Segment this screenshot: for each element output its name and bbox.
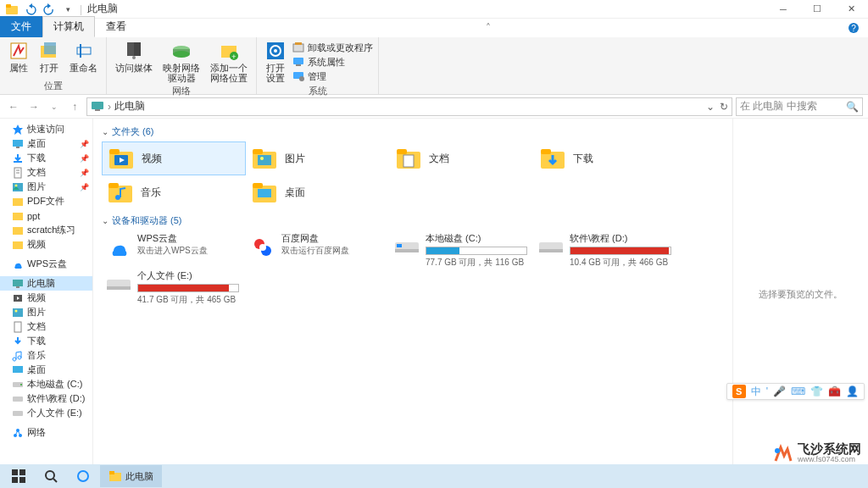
ime-skin-icon[interactable]: 👕 [810,385,823,397]
svg-rect-78 [397,244,402,247]
svg-rect-6 [44,42,56,54]
properties-button[interactable]: 属性 [5,39,32,80]
svg-rect-87 [19,477,25,483]
up-button[interactable]: ↑ [66,98,83,115]
svg-rect-37 [13,198,23,206]
folder-downloads[interactable]: 下载 [534,141,678,175]
svg-rect-23 [293,58,303,64]
drive-e[interactable]: 个人文件 (E:)41.7 GB 可用，共 465 GB [102,268,246,305]
breadcrumb-this-pc[interactable]: 此电脑 [114,99,145,114]
nav-desktop2[interactable]: 桌面 [0,363,92,377]
capacity-bar [426,247,527,255]
section-drives[interactable]: 设备和驱动器 (5) [102,214,724,227]
explorer-icon [5,3,19,16]
ime-toolbar[interactable]: S 中 ' 🎤 ⌨ 👕 🧰 👤 [726,383,865,400]
open-button[interactable]: 打开 [36,39,63,80]
uninstall-programs-button[interactable]: 卸载或更改程序 [292,42,373,54]
nav-network[interactable]: 网络 [0,425,92,440]
redo-icon[interactable] [42,3,56,16]
folder-desktop[interactable]: 桌面 [246,175,390,209]
nav-downloads[interactable]: 下载📌 [0,151,92,165]
undo-icon[interactable] [24,3,37,16]
content-pane: 文件夹 (6) 视频 图片 文档 下载 音乐 [93,119,732,469]
folder-documents[interactable]: 文档 [390,141,534,175]
cortana-button[interactable] [68,465,98,487]
svg-rect-68 [108,183,119,188]
section-folders[interactable]: 文件夹 (6) [102,125,724,138]
nav-drive-e[interactable]: 个人文件 (E:) [0,406,92,420]
breadcrumb-dropdown-icon[interactable]: ⌄ [706,101,715,113]
nav-music[interactable]: 音乐 [0,348,92,363]
drive-c[interactable]: 本地磁盘 (C:)77.7 GB 可用，共 116 GB [390,230,534,268]
ime-toolbox-icon[interactable]: 🧰 [828,385,841,397]
drive-wps-cloud[interactable]: WPS云盘双击进入WPS云盘 [102,230,246,268]
folder-videos[interactable]: 视频 [102,141,246,175]
svg-rect-51 [13,411,23,416]
svg-rect-64 [403,155,414,167]
svg-rect-38 [13,213,23,220]
nav-this-pc[interactable]: 此电脑 [0,276,92,291]
nav-documents2[interactable]: 文档 [0,319,92,334]
nav-videos-folder[interactable]: 视频 [0,237,92,252]
back-button[interactable]: ← [5,98,22,115]
forward-button[interactable]: → [25,98,42,115]
ime-lang[interactable]: 中 [751,385,761,399]
pin-icon: 📌 [80,154,89,163]
close-button[interactable]: ✕ [834,0,868,19]
recent-dropdown[interactable]: ⌄ [46,98,63,115]
svg-rect-47 [13,366,23,373]
nav-downloads2[interactable]: 下载 [0,334,92,348]
minimize-button[interactable]: ─ [766,0,800,19]
nav-wps-cloud[interactable]: WPS云盘 [0,257,92,271]
svg-rect-40 [13,241,23,249]
svg-rect-50 [13,396,23,402]
tab-view[interactable]: 查看 [95,16,137,37]
chevron-up-icon[interactable]: ˄ [479,19,498,37]
nav-scratch-folder[interactable]: scratch练习 [0,223,92,237]
nav-drive-d[interactable]: 软件\教程 (D:) [0,391,92,406]
help-icon[interactable]: ? [844,19,863,37]
search-input[interactable]: 在 此电脑 中搜索 🔍 [736,97,863,116]
refresh-icon[interactable]: ↻ [720,101,728,113]
ime-mic-icon[interactable]: 🎤 [773,385,786,397]
add-network-location-button[interactable]: + 添加一个 网络位置 [207,39,251,85]
map-drive-button[interactable]: 映射网络 驱动器 [159,39,203,85]
open-settings-button[interactable]: 打开 设置 [262,39,289,85]
rename-button[interactable]: 重命名 [66,39,101,80]
nav-videos[interactable]: 视频 [0,291,92,305]
search-button[interactable] [36,465,66,487]
nav-quick-access[interactable]: 快速访问 [0,122,92,136]
svg-point-26 [299,76,304,81]
nav-pdf-folder[interactable]: PDF文件 [0,194,92,208]
ime-user-icon[interactable]: 👤 [846,385,859,397]
sogou-icon[interactable]: S [732,385,746,398]
manage-button[interactable]: 管理 [292,70,373,83]
tab-computer[interactable]: 计算机 [42,16,95,37]
nav-drive-c[interactable]: 本地磁盘 (C:) [0,377,92,391]
folder-pictures[interactable]: 图片 [246,141,390,175]
nav-pictures2[interactable]: 图片 [0,305,92,319]
svg-rect-41 [13,280,23,286]
nav-desktop[interactable]: 桌面📌 [0,136,92,151]
drive-d[interactable]: 软件\教程 (D:)10.4 GB 可用，共 466 GB [534,230,678,268]
address-bar[interactable]: › 此电脑 ⌄↻ [86,97,732,116]
start-button[interactable] [3,465,34,487]
access-media-button[interactable]: 访问媒体 [112,39,156,85]
nav-documents[interactable]: 文档📌 [0,165,92,180]
tab-file[interactable]: 文件 [0,16,42,37]
pin-icon: 📌 [80,140,89,148]
nav-pictures[interactable]: 图片📌 [0,180,92,194]
taskbar-explorer[interactable]: 此电脑 [100,465,162,487]
maximize-button[interactable]: ☐ [800,0,834,19]
system-properties-button[interactable]: 系统属性 [292,56,373,69]
drive-baidu[interactable]: 百度网盘双击运行百度网盘 [246,230,390,268]
ime-punct-icon[interactable]: ' [766,385,768,397]
ime-keyboard-icon[interactable]: ⌨ [791,385,805,397]
dropdown-icon[interactable]: ▾ [61,3,75,16]
capacity-bar [570,247,671,255]
nav-ppt-folder[interactable]: ppt [0,208,92,223]
navigation-pane: 快速访问 桌面📌 下载📌 文档📌 图片📌 PDF文件 ppt scratch练习… [0,119,93,469]
svg-rect-46 [14,322,21,332]
svg-rect-77 [395,249,419,252]
folder-music[interactable]: 音乐 [102,175,246,209]
